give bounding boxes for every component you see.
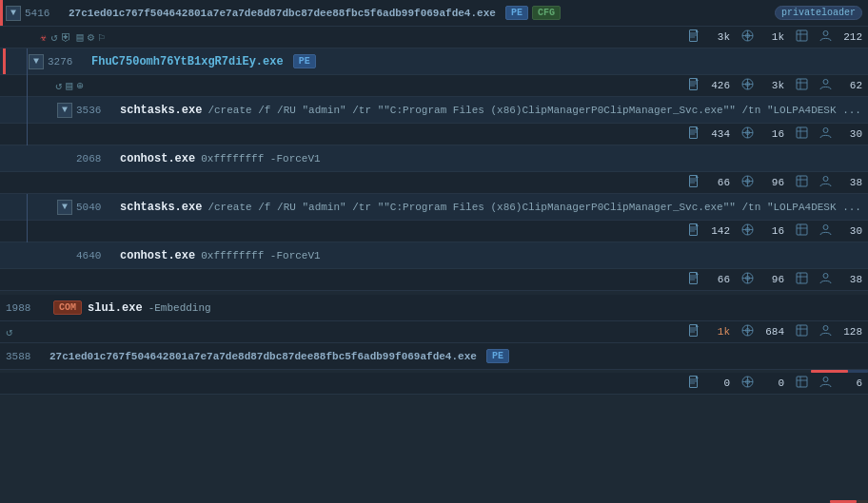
process-row-2068[interactable]: 2068 conhost.exe 0xffffffff -ForceV1 — [0, 145, 868, 172]
file-value-1988: 1k — [703, 326, 730, 338]
process-row-5416[interactable]: ▼ 5416 27c1ed01c767f504642801a7e7a7de8d8… — [0, 0, 868, 27]
stat-file-3276: 426 — [689, 78, 730, 93]
pid-3536: 3536 — [76, 105, 112, 116]
toggle-5416[interactable]: ▼ — [6, 6, 21, 21]
file-value-5040: 142 — [703, 225, 730, 237]
undo-icon-1988[interactable]: ↺ — [6, 325, 12, 339]
file-value-2068: 66 — [703, 177, 730, 188]
svg-rect-22 — [797, 79, 807, 89]
stat-proc-3276: 62 — [819, 78, 862, 93]
script-icon-3276[interactable]: ▤ — [66, 79, 72, 93]
flag-icon[interactable]: ⚐ — [98, 30, 105, 45]
stat-net-3276: 3k — [741, 78, 784, 93]
proc-value-5416: 212 — [836, 31, 862, 43]
file-value-4640: 66 — [703, 274, 730, 285]
proc-value-2068: 38 — [836, 177, 862, 188]
pid-2068: 2068 — [76, 153, 112, 164]
proc-args-1988: -Embedding — [148, 302, 862, 314]
proc-name-5416: 27c1ed01c767f504642801a7e7a7de8d87dbc87d… — [69, 8, 496, 19]
net-value-5416: 1k — [758, 31, 784, 43]
process-row-3276[interactable]: ▼ 3276 FhuC750omh76YtB1xgR7diEy.exe PE — [0, 48, 868, 75]
process-row-1988[interactable]: 1988 COM slui.exe -Embedding — [0, 295, 868, 321]
badge-pe-3588: PE — [486, 349, 509, 363]
red-progress-1988 — [0, 370, 868, 373]
undo-icon[interactable]: ↺ — [50, 30, 57, 45]
pid-5416: 5416 — [25, 8, 61, 19]
stat-net-3536: 16 — [741, 126, 784, 142]
pid-1988: 1988 — [6, 302, 42, 314]
stats-row-2068: 66 96 38 — [0, 172, 868, 194]
stat-reg-1988 — [796, 324, 808, 339]
stat-net-3588: 0 — [741, 376, 784, 391]
file-value-5416: 3k — [703, 31, 730, 43]
connector-3536 — [27, 97, 28, 149]
svg-rect-35 — [797, 127, 807, 138]
proc-name-1988: slui.exe — [88, 301, 143, 315]
file-value-3536: 434 — [703, 128, 730, 140]
stat-reg-3276 — [796, 78, 808, 93]
proc-name-2068: conhost.exe — [120, 152, 195, 165]
proc-name-5040: schtasks.exe — [120, 201, 202, 214]
svg-rect-87 — [797, 325, 807, 336]
stat-proc-1988: 128 — [819, 324, 862, 339]
badge-pe-3276: PE — [293, 54, 316, 68]
stats-row-1988: ↺ 1k 684 128 — [0, 321, 868, 343]
svg-rect-48 — [797, 176, 807, 186]
svg-point-90 — [823, 326, 828, 331]
stat-file-4640: 66 — [689, 272, 730, 287]
process-row-3588[interactable]: 3588 27c1ed01c767f504642801a7e7a7de8d87d… — [0, 343, 868, 370]
proc-name-3276: FhuC750omh76YtB1xgR7diEy.exe — [91, 55, 284, 68]
svg-point-77 — [823, 274, 828, 279]
proc-value-3536: 30 — [836, 128, 862, 140]
stat-net-5040: 16 — [741, 223, 784, 239]
svg-point-12 — [823, 31, 828, 36]
svg-point-51 — [823, 177, 828, 182]
process-row-5040[interactable]: ▼ 5040 schtasks.exe /create /f /RU "admi… — [0, 194, 868, 221]
undo-icon-3276[interactable]: ↺ — [55, 79, 62, 93]
gear-icon[interactable]: ⚙ — [88, 30, 94, 45]
badge-com-1988: COM — [53, 300, 82, 315]
globe-icon-3276[interactable]: ⊕ — [76, 79, 83, 93]
net-value-1988: 684 — [758, 326, 784, 338]
pid-3588: 3588 — [6, 351, 42, 362]
script-icon[interactable]: ▤ — [76, 30, 83, 45]
toggle-3536[interactable]: ▼ — [57, 103, 72, 118]
stat-proc-3588: 6 — [819, 376, 862, 391]
stat-file-3588: 0 — [689, 376, 730, 391]
net-value-4640: 96 — [758, 274, 784, 285]
stats-row-3588: 0 0 6 — [0, 373, 868, 395]
proc-args-2068: 0xffffffff -ForceV1 — [201, 153, 862, 164]
proc-name-3536: schtasks.exe — [120, 104, 202, 117]
process-row-3536[interactable]: ▼ 3536 schtasks.exe /create /f /RU "admi… — [0, 97, 868, 124]
biohazard-icon[interactable]: ☣ — [40, 30, 47, 45]
proc-value-4640: 38 — [836, 274, 862, 285]
stat-net-1988: 684 — [741, 324, 784, 339]
pid-5040: 5040 — [76, 202, 112, 213]
action-icons-5416: ☣ ↺ ⛨ ▤ ⚙ ⚐ — [40, 30, 105, 45]
stat-proc-5040: 30 — [819, 223, 862, 239]
tag-privateloader: privateloader — [775, 6, 862, 20]
proc-args-4640: 0xffffffff -ForceV1 — [201, 250, 862, 261]
pid-3276: 3276 — [48, 56, 84, 68]
stat-file-5416: 3k — [689, 29, 730, 45]
proc-args-3536: /create /f /RU "admin" /tr ""C:Program F… — [207, 105, 862, 116]
process-row-4640[interactable]: 4640 conhost.exe 0xffffffff -ForceV1 — [0, 242, 868, 269]
connector-3276 — [27, 48, 28, 101]
toggle-5040[interactable]: ▼ — [57, 200, 72, 215]
stat-proc-5416: 212 — [819, 29, 862, 45]
svg-point-64 — [823, 225, 828, 230]
net-value-3276: 3k — [758, 80, 784, 91]
stat-net-4640: 96 — [741, 272, 784, 287]
stat-file-5040: 142 — [689, 223, 730, 239]
toggle-3276[interactable]: ▼ — [29, 54, 44, 69]
left-border — [0, 0, 3, 26]
file-value-3588: 0 — [703, 377, 730, 389]
stats-row-3536: 434 16 30 — [0, 124, 868, 145]
stat-proc-4640: 38 — [819, 272, 862, 287]
net-value-3588: 0 — [758, 377, 784, 389]
stat-net-5416: 1k — [741, 29, 784, 45]
stat-proc-2068: 38 — [819, 175, 862, 190]
svg-point-103 — [823, 377, 828, 382]
shield-icon[interactable]: ⛨ — [61, 30, 72, 45]
icons-row-5416: ☣ ↺ ⛨ ▤ ⚙ ⚐ 3k 1k 212 — [0, 27, 868, 48]
